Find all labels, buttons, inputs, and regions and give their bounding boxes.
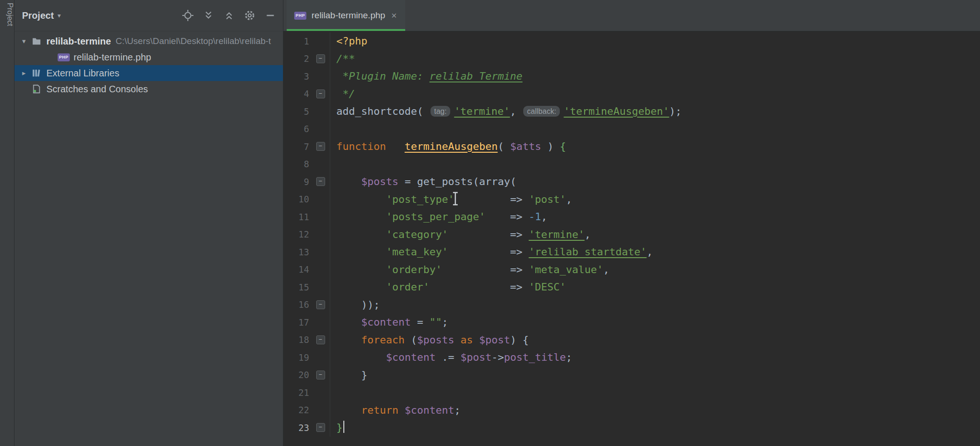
code-token: relilab Termine xyxy=(430,70,523,82)
code-line: 13 'meta_key' => 'relilab_startdate', xyxy=(283,243,980,261)
code-text: $content = ""; xyxy=(330,313,980,331)
code-token: 'termineAusgeben' xyxy=(564,105,669,117)
tree-item[interactable]: PHPrelilab-termine.php xyxy=(15,49,283,65)
code-token: ) xyxy=(541,141,560,152)
code-token: $content xyxy=(361,316,411,328)
expand-all-icon[interactable] xyxy=(202,9,215,22)
code-line: 20− } xyxy=(283,366,980,384)
hide-panel-icon[interactable] xyxy=(264,9,276,22)
code-token: function xyxy=(336,141,386,152)
fold-end-icon[interactable]: − xyxy=(316,371,325,379)
project-tree: ▾relilab-termineC:\Users\Daniel\Desktop\… xyxy=(15,31,283,97)
code-text: 'post_type' => 'post', xyxy=(330,191,980,208)
code-token: ; xyxy=(566,351,572,363)
chevron-right-icon[interactable]: ▸ xyxy=(17,69,30,77)
line-number: 12 xyxy=(283,229,311,239)
code-token: $content xyxy=(386,351,436,363)
tree-item-label: Scratches and Consoles xyxy=(46,84,148,95)
locate-icon[interactable] xyxy=(182,9,194,22)
project-panel-title[interactable]: Project xyxy=(22,10,54,21)
code-text: */ xyxy=(330,85,980,103)
code-text: <?php xyxy=(330,32,980,50)
project-toolwindow-button[interactable]: Project xyxy=(0,3,14,26)
line-number: 17 xyxy=(283,317,311,327)
project-panel: Project ▾ xyxy=(15,0,283,446)
line-number: 22 xyxy=(283,405,311,415)
code-line: 7−function termineAusgeben( $atts ) { xyxy=(283,138,980,156)
code-text: 'meta_key' => 'relilab_startdate', xyxy=(330,243,980,261)
code-text: } xyxy=(330,419,980,437)
tree-item[interactable]: Scratches and Consoles xyxy=(15,81,283,97)
gutter-fold-column: − xyxy=(311,177,330,186)
chevron-down-icon[interactable]: ▾ xyxy=(58,12,61,19)
code-text: add_shortcode( tag:'termine', callback:'… xyxy=(330,103,980,120)
code-token: *Plugin Name: xyxy=(336,70,430,82)
editor[interactable]: 1<?php2−/**3 *Plugin Name: relilab Termi… xyxy=(283,31,980,446)
code-token: , xyxy=(510,105,523,117)
code-text: } xyxy=(330,366,980,384)
code-token: = get_posts(array( xyxy=(398,176,516,187)
code-token: 'termine' xyxy=(454,105,510,117)
fold-collapse-icon[interactable]: − xyxy=(316,177,325,186)
library-icon xyxy=(30,68,43,78)
code-token: 'post' xyxy=(529,193,566,205)
code-text: 'category' => 'termine', xyxy=(330,226,980,244)
fold-collapse-icon[interactable]: − xyxy=(316,142,325,151)
fold-collapse-icon[interactable]: − xyxy=(316,335,325,344)
code-token: /** xyxy=(336,53,355,65)
code-token: )); xyxy=(336,299,380,311)
code-token: ) { xyxy=(510,334,529,346)
chevron-down-icon[interactable]: ▾ xyxy=(17,37,30,45)
php-file-icon: PHP xyxy=(58,53,70,61)
line-number: 16 xyxy=(283,299,311,310)
code-text xyxy=(330,156,980,173)
line-number: 7 xyxy=(283,141,311,152)
code-line: 1<?php xyxy=(283,32,980,50)
tree-item-path: C:\Users\Daniel\Desktop\relilab\relilab-… xyxy=(116,36,271,46)
code-line: 23−} xyxy=(283,419,980,437)
code-token xyxy=(473,334,479,346)
code-text: $content .= $post->post_title; xyxy=(330,349,980,366)
line-number: 18 xyxy=(283,334,311,345)
code-token: , xyxy=(585,229,591,240)
tree-item[interactable]: ▾relilab-termineC:\Users\Daniel\Desktop\… xyxy=(15,33,283,49)
fold-end-icon[interactable]: − xyxy=(316,300,325,309)
code-text: return $content; xyxy=(330,401,980,419)
code-token: => xyxy=(485,211,529,223)
code-token: => xyxy=(454,193,529,205)
code-text: 'posts_per_page' => -1, xyxy=(330,208,980,226)
gutter-fold-column: − xyxy=(311,423,330,432)
close-icon[interactable]: × xyxy=(390,10,398,21)
tree-item-label: External Libraries xyxy=(46,68,119,79)
gutter-fold-column: − xyxy=(311,54,330,63)
gutter-fold-column: − xyxy=(311,371,330,379)
line-number: 15 xyxy=(283,282,311,292)
fold-end-icon[interactable]: − xyxy=(316,89,325,98)
line-number: 13 xyxy=(283,247,311,257)
code-token xyxy=(336,229,386,240)
line-number: 1 xyxy=(283,36,311,46)
code-line: 19 $content .= $post->post_title; xyxy=(283,349,980,366)
collapse-all-icon[interactable] xyxy=(223,9,235,22)
settings-gear-icon[interactable] xyxy=(244,9,256,22)
fold-collapse-icon[interactable]: − xyxy=(316,54,325,63)
code-text: /** xyxy=(330,50,980,68)
code-token: termineAusgeben xyxy=(405,141,498,152)
code-token: => xyxy=(430,281,529,293)
code-token xyxy=(336,193,386,205)
code-text xyxy=(330,120,980,138)
code-token: 'DESC' xyxy=(529,281,566,293)
code-text: foreach ($posts as $post) { xyxy=(330,331,980,349)
code-line: 5add_shortcode( tag:'termine', callback:… xyxy=(283,103,980,120)
tab-relilab-termine-php[interactable]: PHP relilab-termine.php × xyxy=(287,0,405,31)
line-number: 2 xyxy=(283,53,311,64)
left-tool-strip: Project xyxy=(0,0,15,446)
code-line: 15 'order' => 'DESC' xyxy=(283,278,980,296)
line-number: 8 xyxy=(283,159,311,169)
tree-item[interactable]: ▸External Libraries xyxy=(15,65,283,81)
code-token: , xyxy=(566,193,572,205)
code-token: ( xyxy=(405,334,417,346)
code-token: } xyxy=(336,369,367,381)
fold-end-icon[interactable]: − xyxy=(316,423,325,432)
line-number: 20 xyxy=(283,370,311,380)
